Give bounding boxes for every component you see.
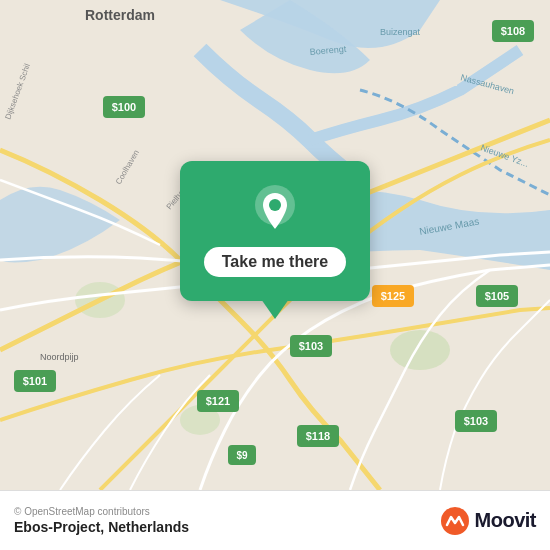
map-container: Rotterdam Nieuwe Maas Boerengt Buizengat… — [0, 0, 550, 490]
svg-text:$103: $103 — [464, 415, 488, 427]
svg-text:$125: $125 — [381, 290, 405, 302]
svg-text:$121: $121 — [206, 395, 230, 407]
location-pin-icon — [249, 185, 301, 237]
svg-text:$118: $118 — [306, 430, 330, 442]
moovit-text: Moovit — [475, 509, 536, 532]
svg-text:$9: $9 — [236, 450, 248, 461]
popup-card: Take me there — [180, 161, 370, 301]
copyright-text: © OpenStreetMap contributors — [14, 506, 189, 517]
footer-left: © OpenStreetMap contributors Ebos-Projec… — [14, 506, 189, 535]
svg-text:Noordpijp: Noordpijp — [40, 352, 79, 362]
svg-point-40 — [269, 199, 281, 211]
svg-text:$103: $103 — [299, 340, 323, 352]
svg-point-1 — [390, 330, 450, 370]
svg-text:$108: $108 — [501, 25, 525, 37]
svg-text:$101: $101 — [23, 375, 47, 387]
svg-text:$100: $100 — [112, 101, 136, 113]
location-label: Ebos-Project, Netherlands — [14, 519, 189, 535]
moovit-logo: Moovit — [439, 505, 536, 537]
footer: © OpenStreetMap contributors Ebos-Projec… — [0, 490, 550, 550]
moovit-icon — [439, 505, 471, 537]
svg-text:$105: $105 — [485, 290, 509, 302]
take-me-there-button[interactable]: Take me there — [204, 247, 346, 277]
svg-text:Buizengat: Buizengat — [380, 27, 421, 37]
location-popup[interactable]: Take me there — [180, 161, 370, 301]
svg-text:Rotterdam: Rotterdam — [85, 7, 155, 23]
